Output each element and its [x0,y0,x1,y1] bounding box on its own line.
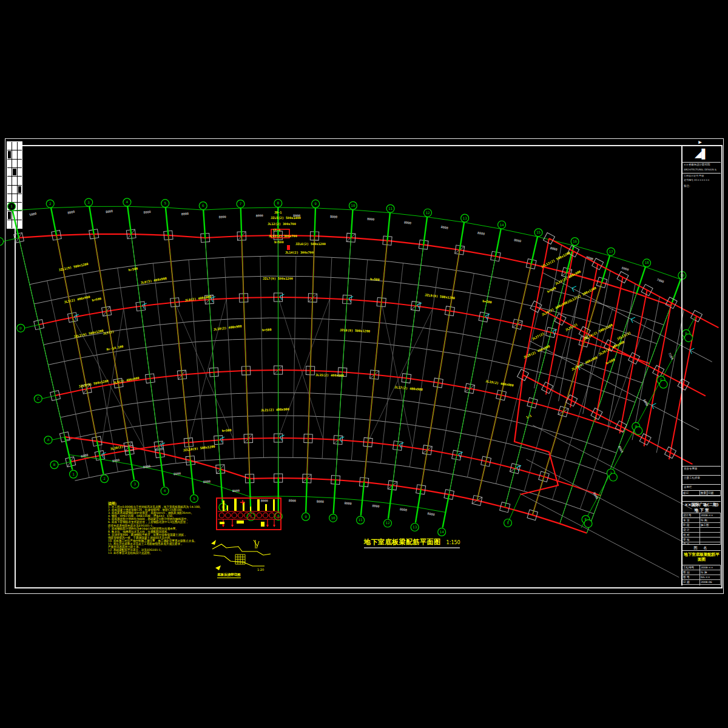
svg-text:JL10(2) 400x900: JL10(2) 400x900 [213,324,241,331]
svg-text:4: 4 [164,488,166,493]
certificate-box: 工程设计证书 甲级 证书编号 A1×××××× [682,173,721,184]
svg-text:h=500: h=500 [92,297,102,302]
title-block-cell: 图 号 [682,575,700,579]
design-no-value: 2008-×× [700,513,721,517]
title-block-cell: 阶 段 [682,523,700,527]
frame-header-text: ▶ [698,139,702,145]
svg-text:12: 12 [425,211,430,215]
figure-name: 地下室底板梁配筋平面图 [682,550,721,565]
design-no-row: 设计号 2008-×× [682,513,721,517]
drawing-title-scale: 1:150 [447,540,460,545]
cert-line-1: 工程设计证书 甲级 [682,174,721,178]
svg-text:JZL1(9) 500x1200: JZL1(9) 500x1200 [58,262,89,272]
svg-text:JZL6(2) 500x1200: JZL6(2) 500x1200 [295,242,326,246]
svg-text:h=500: h=500 [128,266,138,272]
svg-text:17: 17 [608,249,613,254]
title-block-cell: 2008.06 [700,580,721,584]
svg-text:8000: 8000 [289,499,296,502]
svg-text:8000: 8000 [261,499,268,502]
svg-text:JL19(2) 400x900: JL19(2) 400x900 [485,379,514,387]
svg-text:JL9(2) 400x900: JL9(2) 400x900 [184,295,211,302]
drawing-number-table: 工程编号2008-××图 别结 施图 号GS-××日 期2008.06版 次 [682,565,721,585]
company-name-en: ARCHITECTURAL DESIGN & RESEARCH INSTITUT… [682,167,721,172]
svg-text:B: B [53,462,56,467]
svg-text:J: J [610,471,612,475]
svg-text:9: 9 [314,201,317,206]
wing-dimension-line: F7200G8000H8000J8000K1 [504,317,696,528]
revision-table: 标记数量日期 [682,490,721,501]
svg-text:5: 5 [193,496,195,500]
svg-text:7200: 7200 [668,352,675,360]
svg-text:8000: 8000 [642,399,649,406]
cad-sheet: 1234567891011121314151617181912345678910… [0,0,728,728]
title-block-cell: 数量 [700,491,707,495]
svg-text:8000: 8000 [440,225,448,230]
drawing-title-text: 地下室底板梁配筋平面图 [364,538,441,547]
title-block-cell [700,533,721,537]
svg-text:8000: 8000 [232,488,240,493]
title-block-cell: 工程编号 [682,565,700,570]
svg-text:8000: 8000 [477,231,485,235]
svg-text:4: 4 [126,200,129,204]
svg-text:H=-14.100: H=-14.100 [106,345,124,351]
sketch-caption: 底板后浇带详图 [217,573,241,578]
notes-lines: 1. 本工程±0.000相当于绝对标高详见总图，地下室底板面标高为-14.100… [108,505,238,555]
design-no-label: 设计号 [682,513,700,517]
company-name: ××省建筑设计研究院 [682,163,721,167]
title-block-row: 图 号GS-×× [682,575,721,580]
title-block-row: 专 业结 构 [682,518,721,523]
svg-text:JZL3(9) 500x1200: JZL3(9) 500x1200 [78,379,109,388]
svg-text:G: G [660,377,662,382]
svg-text:8000: 8000 [218,215,226,219]
svg-text:7: 7 [240,201,242,206]
title-block-cell: 设 计 [682,528,700,532]
svg-text:8000: 8000 [427,511,435,516]
svg-text:JL15(2) 400x900: JL15(2) 400x900 [315,373,344,377]
svg-text:JZL9(9) 500x1200: JZL9(9) 500x1200 [425,293,455,300]
svg-text:JL13(2) 300x700: JL13(2) 300x700 [269,234,297,238]
svg-text:h=500: h=500 [262,328,272,332]
title-block-cell: GS-×× [700,575,721,579]
svg-text:13: 13 [463,216,468,220]
stamp-box-1: 资质专用章 [682,466,721,475]
project-name-line1: ××国际广场(二期) [682,502,721,507]
svg-text:11: 11 [358,517,363,522]
svg-text:K: K [585,517,587,521]
stamp-box-2: 注册工程师章 [682,475,721,484]
title-block-cell: 审 核 [682,538,700,542]
title-block-row: 版 次 [682,585,721,585]
title-block-cell: 结 施 [700,570,721,575]
svg-text:JL17(2) 400x900: JL17(2) 400x900 [394,385,423,391]
dimension-text: 5800800080008000800080008000800080008000… [29,209,665,517]
company-name-box: ××省建筑设计研究院 ARCHITECTURAL DESIGN & RESEAR… [682,162,721,172]
svg-text:H: H [635,424,637,428]
title-block-cell [700,528,721,532]
svg-text:8000: 8000 [106,209,113,214]
title-block-cell: 日期 [707,491,721,495]
staff-table: 专 业结 构阶 段施工图设 计校 对审 核审 定 [682,517,721,544]
svg-text:14: 14 [499,223,504,227]
svg-text:2: 2 [49,201,52,206]
svg-text:8000: 8000 [174,471,181,476]
drawing-title: 地下室底板梁配筋平面图 1:150 [364,535,497,548]
svg-text:8000: 8000 [618,445,624,453]
svg-text:8000: 8000 [256,214,263,217]
svg-text:h=500: h=500 [274,240,284,244]
svg-text:JZL5(2) 500x1400: JZL5(2) 500x1400 [271,216,301,220]
title-block-cell: 日 期 [682,580,700,584]
svg-text:3: 3 [133,482,136,486]
svg-text:C: C [37,396,39,400]
svg-text:A: A [47,437,50,442]
svg-text:h=500: h=500 [482,299,492,304]
svg-text:8000: 8000 [400,507,408,512]
svg-text:14: 14 [440,530,445,534]
svg-text:8000: 8000 [404,220,412,224]
svg-text:5: 5 [164,201,166,205]
svg-text:8000: 8000 [344,501,351,505]
title-block-cell: 施工图 [700,523,721,527]
svg-text:JL21(2) 400x900: JL21(2) 400x900 [261,407,289,412]
svg-text:1: 1 [72,472,75,476]
grid-axes [12,202,682,533]
svg-text:10: 10 [331,516,335,520]
remark-label: 备注: [682,184,721,189]
